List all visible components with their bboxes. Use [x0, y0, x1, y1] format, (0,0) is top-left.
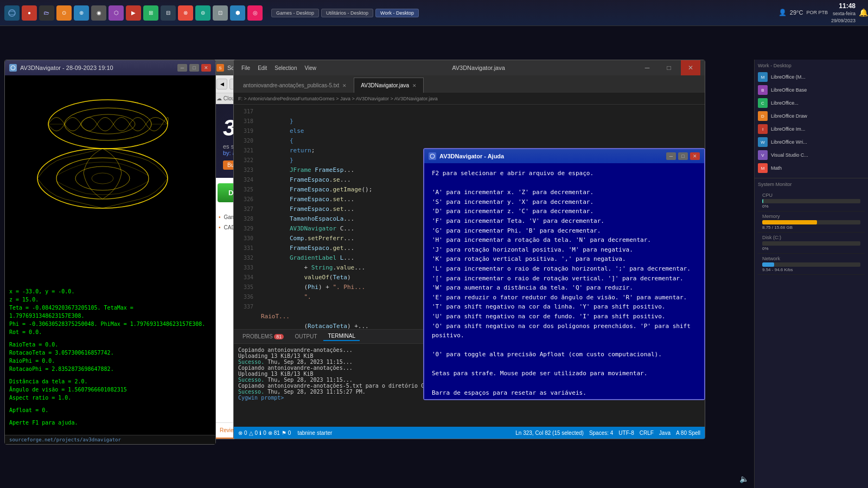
notification-icon[interactable]: 🔔 — [859, 8, 868, 17]
av3d-maximize-btn[interactable]: □ — [189, 64, 199, 72]
volume-icon[interactable]: 🔈 — [739, 474, 749, 484]
libreoffice-writer-item[interactable]: W LibreOffice Wri... — [758, 136, 865, 149]
taskbar-icon-12[interactable]: ⊡ — [213, 5, 228, 21]
vscode-menu-selection[interactable]: Selection — [271, 64, 300, 72]
help-line-a: 'A' para incrementar x. 'Z' para decreme… — [432, 188, 697, 197]
cpu-monitor: CPU 0% — [758, 190, 865, 211]
svg-point-0 — [9, 10, 15, 16]
vscode-maximize-btn[interactable]: □ — [659, 60, 679, 75]
vscode-menu-file[interactable]: File — [238, 64, 253, 72]
help-line-k: 'K' para rotação vertical positiva. ',' … — [432, 254, 697, 264]
help-line-s: 'S' para incrementar y. 'X' para decreme… — [432, 197, 697, 207]
vscode-close-btn[interactable]: ✕ — [681, 60, 700, 75]
vscode-tab-txt[interactable]: antoniovandre-anotações_publicas-5.txt ✕ — [236, 78, 354, 93]
taskbar-icon-1[interactable]: ● — [22, 5, 37, 21]
torus-visualization — [21, 92, 195, 216]
svg-point-11 — [92, 173, 113, 184]
vscode-titlebar: File Edit Selection View AV3DNavigator.j… — [234, 60, 705, 75]
svg-point-10 — [75, 166, 130, 190]
visual-studio-item[interactable]: V Visual Studio C... — [758, 149, 865, 162]
sf-back-btn[interactable]: ◀ — [216, 79, 227, 89]
right-sidebar: Work - Desktop M LibreOffice (M... B Lib… — [754, 60, 868, 488]
vscode-title: AV3DNavigator.java — [323, 65, 634, 71]
help-line-f: 'F' para incrementar Teta. 'V' para decr… — [432, 216, 697, 226]
help-line-space: Barra de espaços para resetar as variáve… — [432, 388, 697, 398]
av3d-window-icon — [9, 64, 17, 72]
vscode-menu: File Edit Selection View — [238, 64, 320, 72]
vscode-minimize-btn[interactable]: ─ — [637, 60, 657, 75]
taskbar: ● 🗁 ⊙ ⊕ ◉ ⬡ ▶ ⊞ ⊟ ⊗ ⊜ ⊡ — [0, 0, 868, 26]
system-monitor: System Monitor CPU 0% Memory 8.75 / 15.6… — [755, 178, 868, 278]
taskbar-icon-6[interactable]: ⬡ — [108, 5, 124, 21]
statusbar-plugin: tabnine starter — [297, 430, 332, 436]
vscode-panel-tab-output[interactable]: OUTPUT — [290, 332, 321, 341]
vscode-statusbar: ⊗0 △0 ℹ0 ⊗81 ⚑0 tabnine starter Ln 323, … — [234, 427, 705, 439]
av3d-minimize-btn[interactable]: ─ — [177, 64, 187, 72]
vscode-menu-edit[interactable]: Edit — [254, 64, 270, 72]
help-line-l: 'L' para incrementar o raio de rotação h… — [432, 264, 697, 274]
libreoffice-math-item[interactable]: M LibreOffice (M... — [758, 70, 865, 84]
help-window-icon — [429, 152, 436, 160]
libreoffice-draw-item[interactable]: D LibreOffice Draw — [758, 110, 865, 123]
help-line-h: 'H' para incrementar a rotação da tela. … — [432, 235, 697, 245]
math-item[interactable]: M Math — [758, 162, 865, 175]
taskbar-icon-2[interactable]: 🗁 — [39, 5, 54, 21]
network-monitor: Network 9.54 - 94.6 K/bs — [758, 254, 865, 275]
memory-monitor: Memory 8.75 / 15.68 GB — [758, 211, 865, 233]
taskbar-icon-9[interactable]: ⊟ — [161, 5, 176, 21]
vscode-tab-txt-close[interactable]: ✕ — [342, 83, 347, 88]
help-titlebar[interactable]: AV3DNavigator - Ajuda ─ □ ✕ — [424, 149, 704, 163]
help-line-0: '0' para toggle alta precisão Apfloat (c… — [432, 350, 697, 359]
vscode-tabs: antoniovandre-anotações_publicas-5.txt ✕… — [234, 75, 705, 93]
window-av3d: AV3DNavigator - 28-09-2023 19:10 ─ □ ✕ — [4, 60, 216, 445]
taskbar-icon-10[interactable]: ⊗ — [178, 5, 193, 21]
libreoffice-impress-item[interactable]: I LibreOffice Im... — [758, 123, 865, 136]
help-line-w: 'W' para aumentar a distância da tela. '… — [432, 283, 697, 293]
taskbar-icon-11[interactable]: ⊜ — [195, 5, 210, 21]
help-line-g: 'G' para incrementar Phi. 'B' para decre… — [432, 226, 697, 236]
av3d-close-btn[interactable]: ✕ — [201, 64, 211, 72]
av3d-window-title: AV3DNavigator - 28-09-2023 19:10 — [20, 65, 174, 71]
svg-point-9 — [56, 158, 149, 199]
vscode-tab-java[interactable]: AV3DNavigator.java ✕ — [354, 78, 424, 93]
svg-point-2 — [11, 66, 15, 70]
vscode-line-numbers: 317318319320321 322323324325326 32732832… — [234, 105, 257, 329]
window-help: AV3DNavigator - Ajuda ─ □ ✕ F2 para sele… — [423, 148, 705, 400]
vscode-tab-java-close[interactable]: ✕ — [412, 83, 417, 88]
vscode-tab-java-label: AV3DNavigator.java — [361, 82, 409, 88]
vscode-panel-tab-terminal[interactable]: TERMINAL — [323, 332, 360, 341]
locale-display: POR PTB — [806, 10, 828, 16]
svg-point-1 — [9, 11, 15, 15]
clock: 11:48 sexta-feira 29/09/2023 — [831, 2, 856, 24]
taskbar-icon-7[interactable]: ▶ — [126, 5, 141, 21]
help-line-d: 'D' para incrementar z. 'C' para decreme… — [432, 207, 697, 216]
desktop-work[interactable]: Work - Desktop — [375, 9, 419, 17]
taskbar-icon-13[interactable]: ⬢ — [230, 5, 245, 21]
av3d-canvas — [5, 75, 215, 283]
taskbar-left: ● 🗁 ⊙ ⊕ ◉ ⬡ ▶ ⊞ ⊟ ⊗ ⊜ ⊡ — [0, 5, 267, 21]
disk-monitor: Disk (C:) 0% — [758, 233, 865, 254]
libreoffice-calc-item[interactable]: C LibreOffice... — [758, 97, 865, 110]
vscode-tab-txt-label: antoniovandre-anotações_publicas-5.txt — [243, 82, 339, 88]
taskbar-icon-4[interactable]: ⊕ — [74, 5, 89, 21]
taskbar-icon-14[interactable]: ◎ — [247, 5, 263, 21]
temperature-display: 29°C — [790, 9, 803, 16]
help-line-e: 'E' para reduzir o fator redutor do ângu… — [432, 293, 697, 303]
help-line-f2: F2 para selecionar e abrir arquivo de es… — [432, 169, 697, 178]
taskbar-icon-8[interactable]: ⊞ — [143, 5, 158, 21]
vscode-breadcrumb: F: > AntonioVandrePedrosaFurtunatoGomes … — [234, 93, 705, 105]
av3d-titlebar[interactable]: AV3DNavigator - 28-09-2023 19:10 ─ □ ✕ — [5, 60, 215, 75]
sf-window-icon: S — [216, 64, 224, 72]
libreoffice-base-item[interactable]: B LibreOffice Base — [758, 84, 865, 97]
taskbar-icon-av3d[interactable] — [4, 5, 20, 21]
taskbar-icon-5[interactable]: ◉ — [91, 5, 106, 21]
help-maximize-btn[interactable]: □ — [678, 152, 688, 160]
help-window-title: AV3DNavigator - Ajuda — [439, 153, 663, 159]
vscode-menu-view[interactable]: View — [302, 64, 320, 72]
help-minimize-btn[interactable]: ─ — [666, 152, 676, 160]
help-close-btn[interactable]: ✕ — [690, 152, 700, 160]
desktop-games[interactable]: Games - Desktop — [271, 9, 319, 17]
taskbar-icon-3[interactable]: ⊙ — [56, 5, 72, 21]
vscode-panel-tab-problems[interactable]: PROBLEMS 81 — [238, 332, 288, 341]
desktop-utilitarios[interactable]: Utilitários - Desktop — [321, 9, 373, 17]
